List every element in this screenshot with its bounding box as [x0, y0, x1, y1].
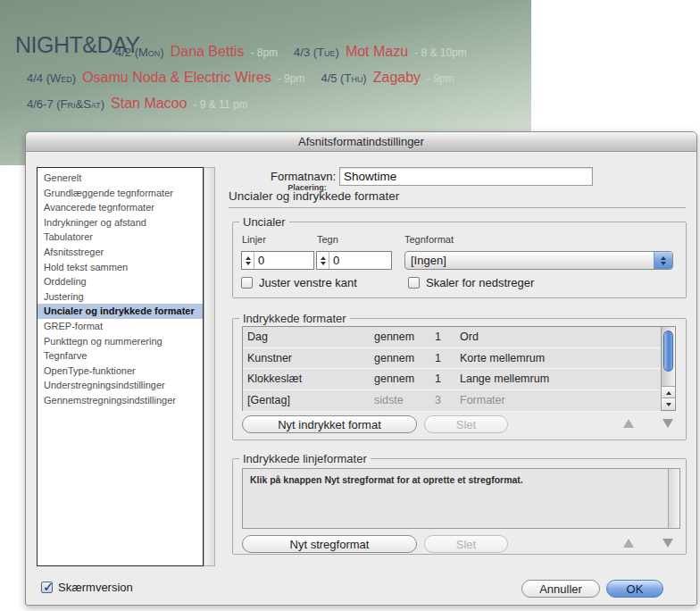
lines-value[interactable]: 0: [254, 254, 264, 267]
nested-styles-group-label: Indrykkede formater: [239, 312, 350, 325]
lines-stepper-arrows[interactable]: [242, 252, 254, 269]
scroll-down-icon: [666, 403, 671, 406]
scroll-up-button[interactable]: [662, 386, 675, 398]
artist-name: Zagaby: [373, 70, 421, 86]
new-nested-style-button[interactable]: Nyt indrykket format: [242, 415, 417, 433]
format-name-input[interactable]: [339, 167, 593, 186]
event-date: 4/6-7 (Fri&Sat): [27, 97, 104, 111]
sidebar-item[interactable]: Tabulatorer: [38, 230, 203, 245]
scroll-down-button[interactable]: [662, 398, 675, 410]
dropdown-arrows-icon[interactable]: [654, 252, 672, 269]
char-style-value: [Ingen]: [405, 254, 654, 267]
dialog-title: Afsnitsformatindstillinger: [298, 135, 424, 148]
stepper-down-icon[interactable]: [321, 262, 326, 265]
event-date: 4/5 (Thu): [321, 71, 366, 85]
char-style-label: Tegnformat: [404, 234, 454, 245]
sidebar-item[interactable]: Afsnitsstreger: [38, 245, 203, 260]
settings-category-list: GenereltGrundlæggende tegnformaterAvance…: [37, 167, 204, 566]
cancel-button-label: Annuller: [539, 582, 582, 596]
nested-style-row[interactable]: Kunstnergennem1Korte mellemrum: [243, 348, 661, 370]
event-line: 4/2 (Mon)Dana Bettis- 8pm4/3 (Tue)Mot Ma…: [115, 44, 473, 60]
sidebar-item[interactable]: Generelt: [38, 171, 203, 186]
nested-style-cell: Kunstner: [247, 352, 292, 364]
nested-style-row[interactable]: Klokkeslætgennem1Lange mellemrum: [243, 369, 661, 390]
align-left-edge-label: Juster venstre kant: [259, 276, 357, 289]
sidebar-item[interactable]: Hold tekst sammen: [38, 260, 203, 275]
char-style-dropdown[interactable]: [Ingen]: [404, 251, 673, 270]
format-name-label: Formatnavn:: [231, 170, 336, 183]
sidebar-item[interactable]: Uncialer og indrykkede formater: [38, 304, 203, 319]
characters-value[interactable]: 0: [329, 254, 339, 267]
nested-styles-table: Daggennem1OrdKunstnergennem1Korte mellem…: [242, 326, 676, 411]
nested-style-cell: sidste: [374, 394, 404, 406]
move-up-icon[interactable]: [623, 419, 634, 428]
stepper-up-icon[interactable]: [321, 256, 326, 260]
sidebar-item[interactable]: Avancerede tegnformater: [38, 200, 203, 215]
artist-name: Mot Mazu: [346, 44, 408, 60]
characters-stepper-arrows[interactable]: [317, 252, 329, 269]
sidebar-item[interactable]: Grundlæggende tegnformater: [38, 186, 203, 201]
line-styles-empty-message: Klik på knappen Nyt stregformat for at o…: [250, 474, 523, 485]
delete-nested-style-label: Slet: [456, 418, 476, 431]
delete-nested-style-button[interactable]: Slet: [424, 415, 508, 433]
cancel-button[interactable]: Annuller: [521, 580, 600, 598]
move-up-icon[interactable]: [623, 539, 634, 548]
nested-style-cell: gennem: [374, 352, 414, 364]
event-date: 4/4 (Wed): [27, 71, 76, 85]
move-down-icon[interactable]: [662, 419, 673, 428]
sidebar-item[interactable]: Indrykninger og afstand: [38, 215, 203, 230]
event-time: - 8pm: [250, 46, 278, 59]
nested-style-cell: Lange mellemrum: [460, 372, 549, 385]
nested-style-cell: 1: [435, 352, 441, 364]
scrollbar-thumb[interactable]: [663, 331, 673, 372]
nested-line-styles-group: Indrykkede linjeformater Klik på knappen…: [232, 458, 687, 555]
sidebar-item[interactable]: GREP-format: [38, 319, 203, 334]
event-date: 4/2 (Mon): [115, 46, 164, 59]
dialog-titlebar[interactable]: Afsnitsformatindstillinger: [26, 132, 696, 152]
sidebar-item[interactable]: Gennemstregningsindstillinger: [38, 393, 203, 408]
preview-checkbox[interactable]: [41, 582, 53, 593]
sidebar-item[interactable]: Justering: [38, 289, 203, 305]
line-styles-scrollbar-track[interactable]: [668, 469, 679, 528]
event-time: - 9 & 11 pm: [193, 98, 247, 111]
drop-caps-group: Uncialer Linjer 0 Tegn 0 Tegnformat [Ing: [232, 222, 687, 298]
align-left-edge-checkbox[interactable]: [241, 277, 253, 289]
nested-style-cell: Korte mellemrum: [460, 352, 545, 364]
delete-line-style-button[interactable]: Slet: [424, 535, 508, 553]
event-line: 4/6-7 (Fri&Sat)Stan Macoo- 9 & 11 pm: [27, 96, 254, 112]
scale-for-descenders-checkbox[interactable]: [408, 277, 420, 289]
sidebar-item[interactable]: Tegnfarve: [38, 348, 203, 364]
nested-style-cell: 3: [435, 394, 441, 406]
nested-style-cell: Klokkeslæt: [247, 372, 302, 385]
event-date: 4/3 (Tue): [294, 46, 339, 59]
nested-line-styles-group-label: Indrykkede linjeformater: [239, 452, 371, 465]
lines-label: Linjer: [242, 234, 266, 245]
event-time: - 9pm: [427, 72, 454, 85]
new-line-style-button[interactable]: Nyt stregformat: [242, 535, 417, 553]
characters-label: Tegn: [317, 234, 338, 245]
ok-button[interactable]: OK: [606, 580, 663, 598]
stepper-down-icon[interactable]: [246, 262, 251, 265]
nested-style-row[interactable]: [Gentag]sidste3Formater: [243, 390, 661, 412]
sidebar-item[interactable]: Punkttegn og nummerering: [38, 334, 203, 349]
stepper-up-icon[interactable]: [246, 256, 251, 260]
move-down-icon[interactable]: [662, 539, 673, 548]
sidebar-item[interactable]: OpenType-funktioner: [38, 364, 203, 379]
sidebar-item[interactable]: Orddeling: [38, 274, 203, 289]
characters-stepper[interactable]: 0: [316, 251, 392, 270]
artist-name: Dana Bettis: [171, 44, 245, 60]
sidebar-item[interactable]: Understregningsindstillinger: [38, 378, 203, 393]
scroll-up-icon: [666, 391, 671, 395]
chevron-down-icon: [661, 262, 666, 265]
artist-name: Osamu Noda & Electric Wires: [82, 70, 271, 86]
nested-style-row[interactable]: Daggennem1Ord: [243, 327, 661, 348]
lines-stepper[interactable]: 0: [241, 251, 314, 270]
preview-checkbox-label: Skærmversion: [58, 581, 133, 594]
screenshot-root: NIGHT&DAY 4/2 (Mon)Dana Bettis- 8pm4/3 (…: [0, 0, 700, 611]
nested-style-cell: Formater: [460, 394, 505, 406]
paragraph-style-options-dialog: Afsnitsformatindstillinger GenereltGrund…: [25, 131, 697, 606]
table-scrollbar[interactable]: [661, 327, 675, 410]
chevron-up-icon: [661, 256, 666, 260]
sidebar-scrollbar-track[interactable]: [204, 167, 215, 566]
nested-style-cell: 1: [435, 372, 441, 385]
